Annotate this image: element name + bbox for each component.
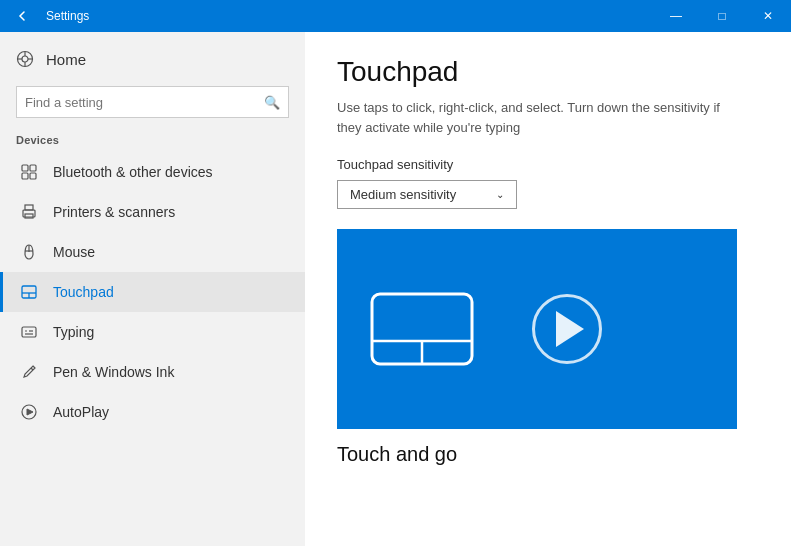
svg-rect-9	[30, 173, 36, 179]
sensitivity-dropdown[interactable]: Medium sensitivity ⌄	[337, 180, 517, 209]
play-button[interactable]	[532, 294, 602, 364]
bluetooth-icon	[19, 163, 39, 181]
home-icon	[16, 50, 34, 68]
back-button[interactable]	[8, 2, 36, 30]
sensitivity-label: Touchpad sensitivity	[337, 157, 759, 172]
sidebar-item-typing[interactable]: Typing	[0, 312, 305, 352]
pen-icon	[19, 363, 39, 381]
svg-rect-6	[22, 165, 28, 171]
sidebar-item-pen[interactable]: Pen & Windows Ink	[0, 352, 305, 392]
video-thumbnail[interactable]	[337, 229, 737, 429]
bluetooth-label: Bluetooth & other devices	[53, 164, 213, 180]
sidebar-item-touchpad[interactable]: Touchpad	[0, 272, 305, 312]
app-title: Settings	[46, 9, 89, 23]
printers-label: Printers & scanners	[53, 204, 175, 220]
sidebar-item-printers[interactable]: Printers & scanners	[0, 192, 305, 232]
mouse-label: Mouse	[53, 244, 95, 260]
play-triangle-icon	[556, 311, 584, 347]
window-controls: — □ ✕	[653, 0, 791, 32]
touchpad-label: Touchpad	[53, 284, 114, 300]
search-icon: 🔍	[264, 95, 280, 110]
sidebar-item-bluetooth[interactable]: Bluetooth & other devices	[0, 152, 305, 192]
titlebar-left: Settings	[8, 2, 89, 30]
autoplay-icon	[19, 403, 39, 421]
sidebar: Home 🔍 Devices Bluetooth & other devices	[0, 32, 305, 546]
minimize-button[interactable]: —	[653, 0, 699, 32]
svg-rect-8	[22, 173, 28, 179]
home-label: Home	[46, 51, 86, 68]
sidebar-home[interactable]: Home	[0, 40, 305, 78]
typing-icon	[19, 323, 39, 341]
sidebar-item-mouse[interactable]: Mouse	[0, 232, 305, 272]
svg-point-1	[22, 56, 28, 62]
mouse-icon	[19, 243, 39, 261]
svg-line-22	[31, 368, 33, 370]
autoplay-label: AutoPlay	[53, 404, 109, 420]
touchpad-graphic-icon	[367, 289, 477, 369]
sidebar-item-autoplay[interactable]: AutoPlay	[0, 392, 305, 432]
section-title: Touch and go	[337, 443, 759, 466]
close-button[interactable]: ✕	[745, 0, 791, 32]
svg-rect-11	[25, 205, 33, 210]
main-layout: Home 🔍 Devices Bluetooth & other devices	[0, 32, 791, 546]
page-description: Use taps to click, right-click, and sele…	[337, 98, 737, 137]
printer-icon	[19, 203, 39, 221]
titlebar: Settings — □ ✕	[0, 0, 791, 32]
maximize-button[interactable]: □	[699, 0, 745, 32]
search-input[interactable]	[25, 95, 264, 110]
svg-rect-7	[30, 165, 36, 171]
content-area: Touchpad Use taps to click, right-click,…	[305, 32, 791, 546]
touchpad-nav-icon	[19, 283, 39, 301]
search-box[interactable]: 🔍	[16, 86, 289, 118]
page-title: Touchpad	[337, 56, 759, 88]
sidebar-section-label: Devices	[0, 130, 305, 152]
typing-label: Typing	[53, 324, 94, 340]
sensitivity-value: Medium sensitivity	[350, 187, 456, 202]
chevron-down-icon: ⌄	[496, 189, 504, 200]
pen-label: Pen & Windows Ink	[53, 364, 174, 380]
svg-rect-18	[22, 327, 36, 337]
